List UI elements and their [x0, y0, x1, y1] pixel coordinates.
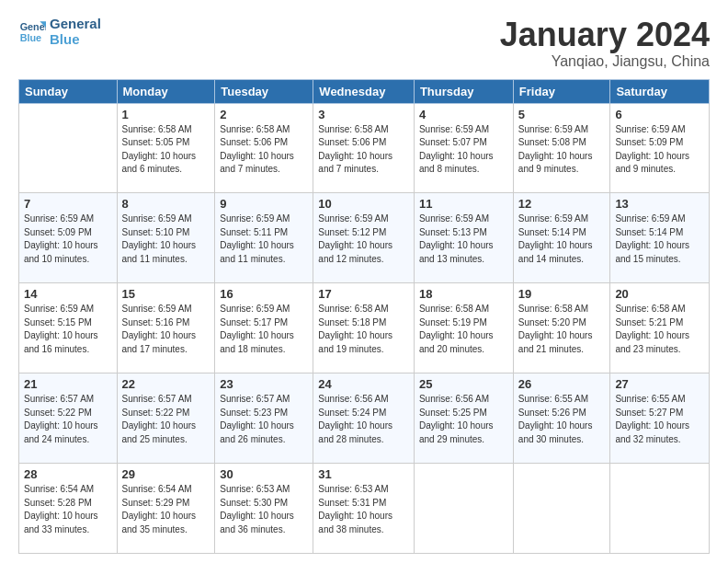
day-number: 24: [318, 377, 409, 391]
day-cell: 8Sunrise: 6:59 AMSunset: 5:10 PMDaylight…: [117, 193, 215, 283]
cell-content: Sunrise: 6:59 AMSunset: 5:10 PMDaylight:…: [122, 213, 210, 266]
cell-content: Sunrise: 6:55 AMSunset: 5:27 PMDaylight:…: [615, 393, 704, 446]
day-cell: 15Sunrise: 6:59 AMSunset: 5:16 PMDayligh…: [117, 283, 215, 373]
day-number: 1: [122, 108, 210, 121]
cell-content: Sunrise: 6:59 AMSunset: 5:17 PMDaylight:…: [220, 303, 308, 356]
day-number: 7: [24, 197, 112, 211]
week-row-2: 7Sunrise: 6:59 AMSunset: 5:09 PMDaylight…: [19, 193, 710, 283]
day-number: 20: [615, 287, 704, 301]
header-cell-friday: Friday: [513, 79, 610, 103]
cell-content: Sunrise: 6:59 AMSunset: 5:07 PMDaylight:…: [419, 123, 508, 177]
day-cell: 26Sunrise: 6:55 AMSunset: 5:26 PMDayligh…: [513, 373, 610, 464]
cell-content: Sunrise: 6:54 AMSunset: 5:29 PMDaylight:…: [122, 483, 210, 536]
day-cell: 29Sunrise: 6:54 AMSunset: 5:29 PMDayligh…: [117, 464, 215, 554]
day-cell: 3Sunrise: 6:58 AMSunset: 5:06 PMDaylight…: [313, 103, 415, 193]
calendar-title: January 2024: [500, 17, 710, 53]
logo-text-blue: Blue: [50, 32, 101, 48]
calendar-table: SundayMondayTuesdayWednesdayThursdayFrid…: [18, 79, 710, 554]
day-cell: 30Sunrise: 6:53 AMSunset: 5:30 PMDayligh…: [215, 464, 313, 554]
day-cell: 7Sunrise: 6:59 AMSunset: 5:09 PMDaylight…: [19, 193, 118, 283]
day-number: 8: [122, 197, 210, 211]
calendar-subtitle: Yanqiao, Jiangsu, China: [500, 53, 710, 70]
logo-text-general: General: [50, 17, 101, 32]
day-number: 10: [318, 197, 409, 211]
day-cell: 6Sunrise: 6:59 AMSunset: 5:09 PMDaylight…: [610, 103, 710, 193]
header-cell-sunday: Sunday: [19, 79, 118, 103]
cell-content: Sunrise: 6:57 AMSunset: 5:22 PMDaylight:…: [122, 393, 210, 446]
cell-content: Sunrise: 6:59 AMSunset: 5:15 PMDaylight:…: [24, 303, 112, 356]
cell-content: Sunrise: 6:58 AMSunset: 5:06 PMDaylight:…: [318, 123, 409, 177]
day-number: 5: [518, 108, 606, 121]
cell-content: Sunrise: 6:56 AMSunset: 5:25 PMDaylight:…: [419, 393, 508, 446]
header-row: SundayMondayTuesdayWednesdayThursdayFrid…: [19, 79, 710, 103]
day-number: 15: [122, 287, 210, 301]
calendar-header: SundayMondayTuesdayWednesdayThursdayFrid…: [19, 79, 710, 103]
cell-content: Sunrise: 6:59 AMSunset: 5:09 PMDaylight:…: [24, 213, 112, 266]
day-cell: 19Sunrise: 6:58 AMSunset: 5:20 PMDayligh…: [513, 283, 610, 373]
day-cell: 12Sunrise: 6:59 AMSunset: 5:14 PMDayligh…: [513, 193, 610, 283]
day-number: 22: [122, 377, 210, 391]
day-number: 11: [419, 197, 508, 211]
day-number: 21: [24, 377, 112, 391]
day-number: 9: [220, 197, 308, 211]
logo: General Blue General Blue: [18, 17, 101, 47]
day-cell: 14Sunrise: 6:59 AMSunset: 5:15 PMDayligh…: [19, 283, 118, 373]
header-cell-thursday: Thursday: [414, 79, 513, 103]
cell-content: Sunrise: 6:58 AMSunset: 5:05 PMDaylight:…: [122, 123, 210, 177]
header-cell-tuesday: Tuesday: [215, 79, 313, 103]
week-row-5: 28Sunrise: 6:54 AMSunset: 5:28 PMDayligh…: [19, 464, 710, 554]
day-cell: 13Sunrise: 6:59 AMSunset: 5:14 PMDayligh…: [610, 193, 710, 283]
header-cell-monday: Monday: [117, 79, 215, 103]
header-cell-wednesday: Wednesday: [313, 79, 415, 103]
day-cell: 2Sunrise: 6:58 AMSunset: 5:06 PMDaylight…: [215, 103, 313, 193]
day-cell: 25Sunrise: 6:56 AMSunset: 5:25 PMDayligh…: [414, 373, 513, 464]
day-cell: 27Sunrise: 6:55 AMSunset: 5:27 PMDayligh…: [610, 373, 710, 464]
cell-content: Sunrise: 6:58 AMSunset: 5:19 PMDaylight:…: [419, 303, 508, 356]
day-number: 2: [220, 108, 308, 121]
day-number: 4: [419, 108, 508, 121]
cell-content: Sunrise: 6:55 AMSunset: 5:26 PMDaylight:…: [518, 393, 606, 446]
cell-content: Sunrise: 6:59 AMSunset: 5:14 PMDaylight:…: [615, 213, 704, 266]
day-cell: 11Sunrise: 6:59 AMSunset: 5:13 PMDayligh…: [414, 193, 513, 283]
day-cell: [513, 464, 610, 554]
day-cell: 21Sunrise: 6:57 AMSunset: 5:22 PMDayligh…: [19, 373, 118, 464]
day-number: 30: [220, 467, 308, 481]
cell-content: Sunrise: 6:59 AMSunset: 5:14 PMDaylight:…: [518, 213, 606, 266]
cell-content: Sunrise: 6:58 AMSunset: 5:18 PMDaylight:…: [318, 303, 409, 356]
header: General Blue General Blue January 2024 Y…: [18, 17, 710, 70]
day-number: 13: [615, 197, 704, 211]
day-number: 27: [615, 377, 704, 391]
day-cell: 28Sunrise: 6:54 AMSunset: 5:28 PMDayligh…: [19, 464, 118, 554]
day-number: 23: [220, 377, 308, 391]
day-number: 3: [318, 108, 409, 121]
day-number: 31: [318, 467, 409, 481]
day-cell: [414, 464, 513, 554]
cell-content: Sunrise: 6:59 AMSunset: 5:11 PMDaylight:…: [220, 213, 308, 266]
day-cell: 18Sunrise: 6:58 AMSunset: 5:19 PMDayligh…: [414, 283, 513, 373]
day-cell: 17Sunrise: 6:58 AMSunset: 5:18 PMDayligh…: [313, 283, 415, 373]
cell-content: Sunrise: 6:56 AMSunset: 5:24 PMDaylight:…: [318, 393, 409, 446]
week-row-4: 21Sunrise: 6:57 AMSunset: 5:22 PMDayligh…: [19, 373, 710, 464]
day-cell: 22Sunrise: 6:57 AMSunset: 5:22 PMDayligh…: [117, 373, 215, 464]
day-cell: 1Sunrise: 6:58 AMSunset: 5:05 PMDaylight…: [117, 103, 215, 193]
day-number: 19: [518, 287, 606, 301]
cell-content: Sunrise: 6:58 AMSunset: 5:20 PMDaylight:…: [518, 303, 606, 356]
calendar-page: General Blue General Blue January 2024 Y…: [0, 0, 728, 563]
day-cell: 23Sunrise: 6:57 AMSunset: 5:23 PMDayligh…: [215, 373, 313, 464]
day-cell: 16Sunrise: 6:59 AMSunset: 5:17 PMDayligh…: [215, 283, 313, 373]
week-row-3: 14Sunrise: 6:59 AMSunset: 5:15 PMDayligh…: [19, 283, 710, 373]
logo-icon: General Blue: [18, 18, 46, 46]
cell-content: Sunrise: 6:58 AMSunset: 5:21 PMDaylight:…: [615, 303, 704, 356]
day-cell: 10Sunrise: 6:59 AMSunset: 5:12 PMDayligh…: [313, 193, 415, 283]
day-cell: [19, 103, 118, 193]
day-cell: 24Sunrise: 6:56 AMSunset: 5:24 PMDayligh…: [313, 373, 415, 464]
cell-content: Sunrise: 6:53 AMSunset: 5:30 PMDaylight:…: [220, 483, 308, 536]
day-cell: 4Sunrise: 6:59 AMSunset: 5:07 PMDaylight…: [414, 103, 513, 193]
week-row-1: 1Sunrise: 6:58 AMSunset: 5:05 PMDaylight…: [19, 103, 710, 193]
day-number: 28: [24, 467, 112, 481]
day-number: 16: [220, 287, 308, 301]
day-cell: [610, 464, 710, 554]
cell-content: Sunrise: 6:53 AMSunset: 5:31 PMDaylight:…: [318, 483, 409, 536]
svg-text:Blue: Blue: [20, 32, 41, 43]
day-number: 29: [122, 467, 210, 481]
